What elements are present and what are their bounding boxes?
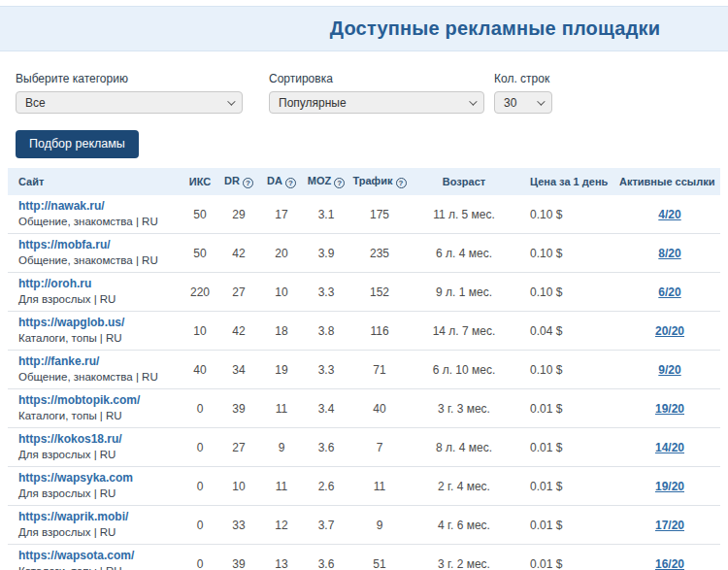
ad-selection-button[interactable]: Подбор рекламы xyxy=(16,130,139,158)
traffic-value: 175 xyxy=(349,195,410,234)
column-header-age: Возраст xyxy=(410,168,518,195)
row-count-select[interactable]: 30 xyxy=(494,91,552,114)
site-link[interactable]: https://wapsyka.com xyxy=(18,471,182,486)
help-icon[interactable]: ? xyxy=(243,178,253,188)
traffic-value: 116 xyxy=(349,312,410,351)
site-link[interactable]: https://mobtopik.com/ xyxy=(18,393,182,408)
row-count-select-label: Кол. строк xyxy=(494,72,552,85)
active-links-link[interactable]: 19/20 xyxy=(655,480,684,493)
moz-value: 3.7 xyxy=(303,506,349,545)
site-link[interactable]: http://fanke.ru/ xyxy=(18,354,182,369)
active-links-link[interactable]: 4/20 xyxy=(658,208,680,221)
active-links-link[interactable]: 6/20 xyxy=(658,285,680,299)
da-value: 10 xyxy=(260,273,303,312)
active-links-link[interactable]: 9/20 xyxy=(658,363,680,377)
price-value: 0.10 $ xyxy=(518,273,619,312)
table-body: http://nawak.ru/ Общение, знакомства | R… xyxy=(8,195,720,570)
active-links-cell: 9/20 xyxy=(619,351,720,389)
active-links-cell: 8/20 xyxy=(619,234,720,273)
age-value: 9 л. 1 мес. xyxy=(410,273,518,312)
site-category: Каталоги, топы | RU xyxy=(18,331,182,346)
dr-value: 34 xyxy=(217,351,260,389)
active-links-cell: 4/20 xyxy=(619,195,720,234)
help-icon[interactable]: ? xyxy=(334,178,345,188)
moz-value: 3.6 xyxy=(303,428,349,467)
category-select[interactable]: Все xyxy=(16,91,243,114)
price-value: 0.01 $ xyxy=(518,467,619,506)
site-cell: https://mobfa.ru/ Общение, знакомства | … xyxy=(8,234,182,273)
dr-value: 27 xyxy=(217,273,260,312)
table-header: Сайт ИКС DR? DA? MOZ? Трафик? Возраст Це… xyxy=(8,168,720,195)
site-category: Общение, знакомства | RU xyxy=(18,215,182,229)
active-links-link[interactable]: 14/20 xyxy=(655,441,684,454)
moz-value: 3.3 xyxy=(303,273,349,312)
site-cell: https://kokos18.ru/ Для взрослых | RU xyxy=(8,428,182,467)
site-category: Для взрослых | RU xyxy=(18,525,182,540)
column-header-price: Цена за 1 день xyxy=(518,168,619,195)
table-row: https://wapsota.com/ Каталоги, топы | RU… xyxy=(8,545,720,570)
price-value: 0.01 $ xyxy=(518,428,619,467)
moz-value: 3.6 xyxy=(303,545,349,570)
iks-value: 0 xyxy=(182,467,217,506)
chevron-down-icon xyxy=(469,97,477,105)
traffic-value: 152 xyxy=(349,273,410,312)
column-header-iks: ИКС xyxy=(182,168,217,195)
moz-value: 3.3 xyxy=(303,351,349,389)
row-count-select-value: 30 xyxy=(504,96,529,110)
active-links-link[interactable]: 20/20 xyxy=(655,324,684,338)
da-value: 12 xyxy=(260,506,303,545)
sort-filter-group: Сортировка Популярные xyxy=(269,72,484,114)
site-cell: https://mobtopik.com/ Каталоги, топы | R… xyxy=(8,389,182,428)
traffic-value: 235 xyxy=(349,234,410,273)
site-link[interactable]: https://wapsota.com/ xyxy=(18,549,182,563)
site-cell: https://wapsyka.com Для взрослых | RU xyxy=(8,467,182,506)
help-icon[interactable]: ? xyxy=(285,178,296,188)
da-value: 20 xyxy=(260,234,303,273)
site-cell: https://wapsota.com/ Каталоги, топы | RU xyxy=(8,545,182,570)
site-link[interactable]: http://nawak.ru/ xyxy=(18,199,182,214)
page-header-band: Доступные рекламные площадки xyxy=(0,6,728,51)
site-link[interactable]: https://wapglob.us/ xyxy=(18,316,182,330)
column-header-dr: DR? xyxy=(217,168,260,195)
table-row: https://mobfa.ru/ Общение, знакомства | … xyxy=(8,234,720,273)
age-value: 3 г. 3 мес. xyxy=(410,389,518,428)
site-link[interactable]: https://mobfa.ru/ xyxy=(18,238,182,252)
iks-value: 0 xyxy=(182,389,217,428)
da-value: 13 xyxy=(260,545,303,570)
active-links-link[interactable]: 8/20 xyxy=(658,247,680,260)
dr-value: 33 xyxy=(217,506,260,545)
site-link[interactable]: https://waprik.mobi/ xyxy=(18,510,182,524)
da-value: 11 xyxy=(260,389,303,428)
site-cell: https://wapglob.us/ Каталоги, топы | RU xyxy=(8,312,182,351)
site-link[interactable]: http://oroh.ru xyxy=(18,277,182,291)
age-value: 8 л. 4 мес. xyxy=(410,428,518,467)
price-value: 0.04 $ xyxy=(518,312,619,351)
iks-value: 0 xyxy=(182,428,217,467)
column-header-active-links: Активные ссылки xyxy=(619,168,720,195)
active-links-cell: 14/20 xyxy=(619,428,720,467)
active-links-cell: 20/20 xyxy=(619,312,720,351)
site-category: Для взрослых | RU xyxy=(18,486,182,501)
site-link[interactable]: https://kokos18.ru/ xyxy=(18,432,182,447)
sort-select[interactable]: Популярные xyxy=(269,91,484,114)
active-links-link[interactable]: 17/20 xyxy=(655,519,684,532)
site-category: Для взрослых | RU xyxy=(18,448,182,462)
table-row: https://wapsyka.com Для взрослых | RU 0 … xyxy=(8,467,720,506)
da-value: 11 xyxy=(260,467,303,506)
moz-value: 3.1 xyxy=(303,195,349,234)
iks-value: 220 xyxy=(182,273,217,312)
dr-value: 42 xyxy=(217,234,260,273)
active-links-link[interactable]: 19/20 xyxy=(655,402,684,416)
price-value: 0.01 $ xyxy=(518,506,619,545)
help-icon[interactable]: ? xyxy=(396,178,407,188)
dr-value: 10 xyxy=(217,467,260,506)
age-value: 14 л. 7 мес. xyxy=(410,312,518,351)
iks-value: 50 xyxy=(182,234,217,273)
site-category: Общение, знакомства | RU xyxy=(18,253,182,268)
active-links-cell: 19/20 xyxy=(619,389,720,428)
table-row: http://oroh.ru Для взрослых | RU 220 27 … xyxy=(8,273,720,312)
category-select-label: Выберите категорию xyxy=(16,72,243,85)
active-links-link[interactable]: 16/20 xyxy=(655,557,684,570)
dr-value: 39 xyxy=(217,545,260,570)
actions-row: Подбор рекламы xyxy=(0,130,728,158)
